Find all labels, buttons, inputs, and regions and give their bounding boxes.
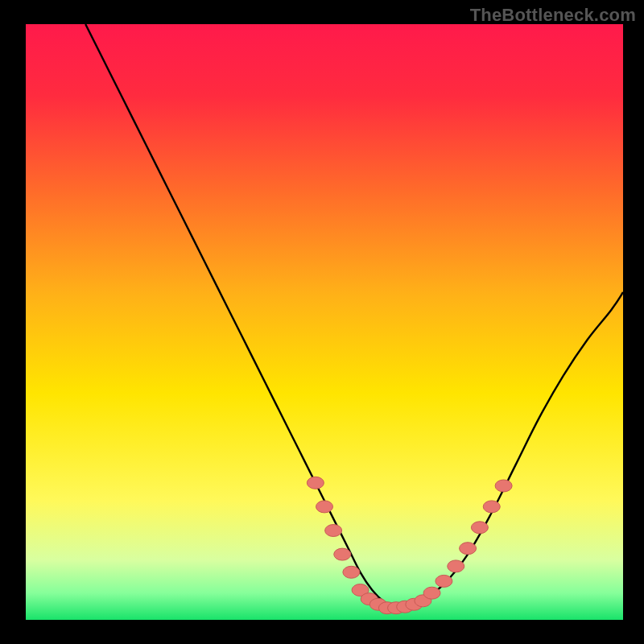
curve-dot xyxy=(436,575,452,587)
watermark-text: TheBottleneck.com xyxy=(470,5,636,26)
curve-dot xyxy=(307,477,324,489)
curve-dot xyxy=(471,522,488,534)
curve-dot xyxy=(334,548,351,560)
curve-dot xyxy=(483,501,500,513)
curve-dot xyxy=(495,480,512,492)
plot-area xyxy=(26,24,623,620)
curve-dot xyxy=(343,566,360,578)
curve-dot xyxy=(423,587,440,599)
chart-frame: TheBottleneck.com xyxy=(0,0,644,644)
curve-dot xyxy=(316,501,333,513)
curve-dot xyxy=(460,543,477,555)
curve-dot xyxy=(448,560,464,572)
curve-dot xyxy=(325,525,342,537)
bottleneck-chart xyxy=(0,0,644,644)
